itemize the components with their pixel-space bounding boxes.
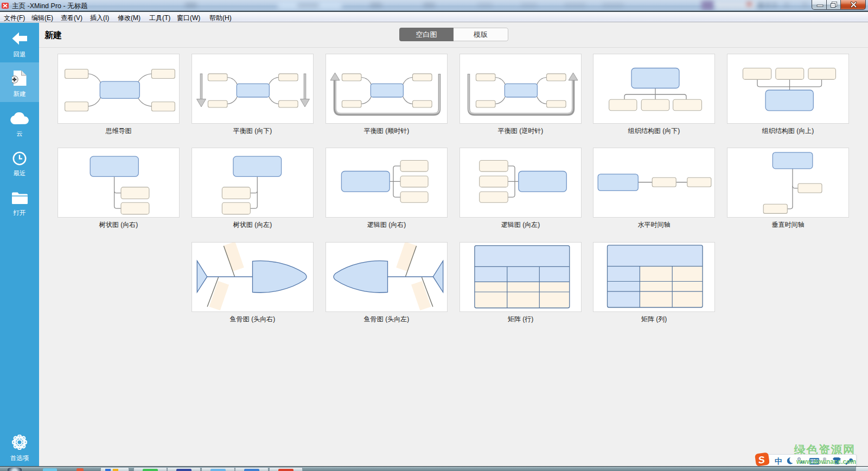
svg-text:中: 中 <box>775 457 782 466</box>
